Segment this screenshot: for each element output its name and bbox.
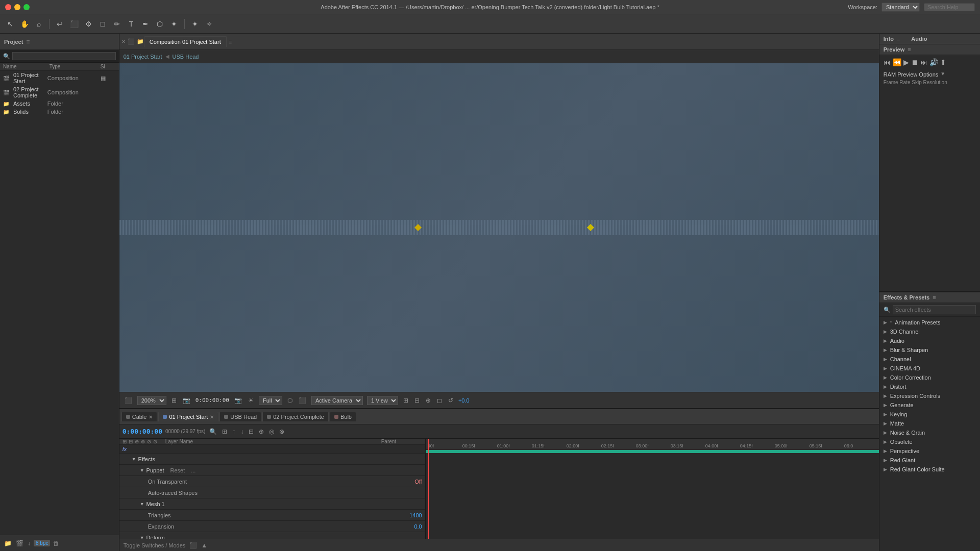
pen-tool[interactable]: ✏ bbox=[111, 18, 123, 30]
audio-tab[interactable]: Audio bbox=[911, 36, 927, 42]
preview-export-btn[interactable]: ⬆ bbox=[940, 58, 946, 66]
camera-select[interactable]: Active Camera bbox=[311, 396, 363, 405]
tl-tab-close-01[interactable]: ✕ bbox=[210, 414, 214, 420]
comp-tab-menu[interactable]: ≡ bbox=[229, 39, 232, 45]
delete-btn[interactable]: 🗑 bbox=[52, 539, 60, 548]
tl-bottom-btn2[interactable]: ▲ bbox=[201, 542, 207, 549]
on-transparent-row[interactable]: On Transparent Off bbox=[119, 476, 425, 487]
puppet3-tool[interactable]: ✧ bbox=[203, 18, 215, 30]
viewer-cam-btn[interactable]: 📷 bbox=[233, 396, 243, 405]
ram-preview-dropdown[interactable]: RAM Preview Options ▼ bbox=[884, 69, 976, 78]
ep-item-noise-grain[interactable]: ▶ Noise & Grain bbox=[879, 428, 980, 437]
deform-header[interactable]: ▼ Deform bbox=[119, 532, 425, 539]
ep-search-input[interactable] bbox=[893, 305, 976, 314]
project-item-02-project-complete[interactable]: 🎬 02 Project Complete Composition bbox=[0, 85, 119, 99]
rect-tool[interactable]: □ bbox=[96, 18, 109, 30]
search-help-input[interactable] bbox=[924, 3, 975, 11]
viewer-rulers-btn[interactable]: ⊟ bbox=[413, 396, 421, 405]
minimize-button[interactable] bbox=[14, 4, 20, 10]
ep-item-channel[interactable]: ▶ Channel bbox=[879, 355, 980, 364]
clone-tool[interactable]: ⬡ bbox=[154, 18, 166, 30]
preview-play-btn[interactable]: ▶ bbox=[903, 58, 909, 66]
viewer-layer-btn[interactable]: ◻ bbox=[436, 396, 443, 405]
breadcrumb-comp[interactable]: 01 Project Start bbox=[124, 54, 162, 60]
camera-tool[interactable]: ⬛ bbox=[68, 18, 80, 30]
ep-item-expression-controls[interactable]: ▶ Expression Controls bbox=[879, 391, 980, 400]
preview-menu-btn[interactable]: ≡ bbox=[908, 46, 911, 53]
preview-first-btn[interactable]: ⏮ bbox=[884, 58, 891, 66]
ep-item-generate[interactable]: ▶ Generate bbox=[879, 400, 980, 410]
viewer-snapshot-btn[interactable]: 📷 bbox=[182, 396, 191, 405]
auto-traced-row[interactable]: Auto-traced Shapes bbox=[119, 487, 425, 498]
tl-nav-btn7[interactable]: ⊗ bbox=[278, 427, 285, 436]
ep-item-audio[interactable]: ▶ Audio bbox=[879, 336, 980, 345]
ep-item-3d-channel[interactable]: ▶ 3D Channel bbox=[879, 327, 980, 336]
preview-end-btn[interactable]: ⏭ bbox=[920, 58, 927, 66]
preview-audio-btn[interactable]: 🔊 bbox=[929, 58, 938, 66]
import-btn[interactable]: ↓ bbox=[27, 539, 32, 548]
puppet2-tool[interactable]: ✦ bbox=[189, 18, 201, 30]
ep-item-color-correction[interactable]: ▶ Color Correction bbox=[879, 373, 980, 382]
info-tab[interactable]: Info bbox=[884, 36, 894, 42]
settings-tool[interactable]: ⚙ bbox=[82, 18, 94, 30]
ep-item-matte[interactable]: ▶ Matte bbox=[879, 419, 980, 428]
project-item-assets[interactable]: 📁 Assets Folder bbox=[0, 99, 119, 108]
zoom-tool[interactable]: ⌕ bbox=[33, 18, 45, 30]
viewer-guides-btn[interactable]: ⊞ bbox=[402, 396, 409, 405]
ep-item-red-giant[interactable]: ▶ Red Giant bbox=[879, 456, 980, 465]
effects-header[interactable]: ▼ Effects bbox=[119, 454, 425, 465]
ep-item-keying[interactable]: ▶ Keying bbox=[879, 410, 980, 419]
puppet-dots[interactable]: ... bbox=[191, 467, 195, 473]
expansion-row[interactable]: Expansion 0.0 bbox=[119, 521, 425, 532]
preview-stop-btn[interactable]: ⏹ bbox=[911, 58, 918, 66]
viewer-pixel-btn[interactable]: ⊕ bbox=[425, 396, 432, 405]
project-item-solids[interactable]: 📁 Solids Folder bbox=[0, 108, 119, 116]
workspace-select[interactable]: Standard bbox=[881, 3, 920, 12]
project-search-input[interactable] bbox=[12, 52, 116, 60]
maximize-button[interactable] bbox=[23, 4, 30, 10]
ep-item-obsolete[interactable]: ▶ Obsolete bbox=[879, 437, 980, 446]
tl-tab-close-cable[interactable]: ✕ bbox=[149, 414, 153, 420]
ep-item-red-giant-color-suite[interactable]: ▶ Red Giant Color Suite bbox=[879, 465, 980, 474]
quality-select[interactable]: Full bbox=[259, 396, 282, 405]
comp-tab-close-btn[interactable]: ✕ bbox=[121, 39, 126, 44]
hand-tool[interactable]: ✋ bbox=[18, 18, 31, 30]
effects-presets-menu-btn[interactable]: ≡ bbox=[933, 294, 936, 300]
new-folder-btn[interactable]: 📁 bbox=[3, 539, 13, 548]
pen2-tool[interactable]: ✒ bbox=[139, 18, 152, 30]
comp-tab-01-project-start[interactable]: Composition 01 Project Start bbox=[144, 36, 227, 47]
viewer-exposure-btn[interactable]: ☀ bbox=[247, 396, 255, 405]
close-button[interactable] bbox=[5, 4, 11, 10]
tl-nav-btn2[interactable]: ↑ bbox=[231, 427, 236, 436]
tl-nav-btn1[interactable]: ⊞ bbox=[221, 427, 228, 436]
tl-tab-01-project-start[interactable]: 01 Project Start ✕ bbox=[158, 412, 218, 421]
puppet-header[interactable]: ▼ Puppet Reset ... bbox=[119, 465, 425, 476]
select-tool[interactable]: ↖ bbox=[4, 18, 16, 30]
ep-item-distort[interactable]: ▶ Distort bbox=[879, 382, 980, 391]
zoom-select[interactable]: 200% bbox=[137, 396, 166, 405]
tl-nav-btn5[interactable]: ⊕ bbox=[258, 427, 265, 436]
ep-item-blur-sharpen[interactable]: ▶ Blur & Sharpen bbox=[879, 345, 980, 355]
project-panel-menu[interactable]: ≡ bbox=[26, 38, 30, 45]
ep-item-animation-presets[interactable]: ▶ * Animation Presets bbox=[879, 318, 980, 327]
viewer-3d-btn[interactable]: ⬛ bbox=[298, 396, 307, 405]
tl-tab-bulb[interactable]: Bulb bbox=[330, 412, 356, 421]
info-menu-btn[interactable]: ≡ bbox=[897, 36, 900, 42]
tl-timecode[interactable]: 0:00:00:00 bbox=[122, 428, 162, 435]
viewer-region-btn[interactable]: ⬛ bbox=[124, 396, 133, 405]
ep-item-cinema4d[interactable]: ▶ CINEMA 4D bbox=[879, 364, 980, 373]
project-item-01-project-start[interactable]: 🎬 01 Project Start Composition ▦ bbox=[0, 71, 119, 85]
mesh1-header[interactable]: ▼ Mesh 1 bbox=[119, 498, 425, 510]
text-tool[interactable]: T bbox=[125, 18, 137, 30]
triangles-row[interactable]: Triangles 1400 bbox=[119, 510, 425, 521]
tl-playhead[interactable] bbox=[428, 439, 429, 539]
tl-nav-btn6[interactable]: ◎ bbox=[268, 427, 275, 436]
new-comp-btn[interactable]: 🎬 bbox=[15, 539, 24, 548]
tl-nav-btn4[interactable]: ⊟ bbox=[248, 427, 255, 436]
tl-search-btn[interactable]: 🔍 bbox=[208, 427, 218, 436]
tl-bottom-btn1[interactable]: ⬛ bbox=[189, 542, 197, 549]
puppet-tool[interactable]: ✦ bbox=[168, 18, 180, 30]
viewer-grid-btn[interactable]: ⊞ bbox=[170, 396, 178, 405]
tl-nav-btn3[interactable]: ↓ bbox=[239, 427, 244, 436]
preview-back-btn[interactable]: ⏪ bbox=[893, 58, 901, 66]
